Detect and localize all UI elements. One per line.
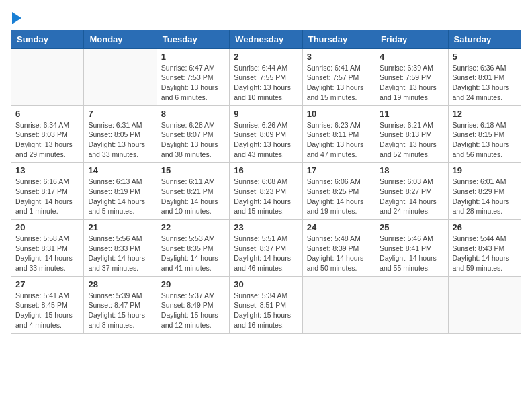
calendar-header-row: SundayMondayTuesdayWednesdayThursdayFrid… (11, 30, 521, 48)
calendar-day-cell (84, 48, 157, 105)
calendar-day-cell: 22Sunrise: 5:53 AMSunset: 8:35 PMDayligh… (157, 220, 229, 277)
day-info: Sunrise: 6:23 AMSunset: 8:11 PMDaylight:… (307, 120, 371, 160)
day-number: 26 (453, 222, 517, 232)
calendar-day-cell: 7Sunrise: 6:31 AMSunset: 8:05 PMDaylight… (84, 105, 157, 163)
calendar-day-cell: 25Sunrise: 5:46 AMSunset: 8:41 PMDayligh… (375, 220, 448, 277)
calendar-week-2: 6Sunrise: 6:34 AMSunset: 8:03 PMDaylight… (11, 105, 521, 163)
day-number: 15 (161, 165, 225, 175)
day-number: 17 (307, 165, 371, 175)
weekday-header-friday: Friday (375, 30, 448, 48)
calendar-day-cell: 4Sunrise: 6:39 AMSunset: 7:59 PMDaylight… (375, 48, 448, 105)
day-info: Sunrise: 6:39 AMSunset: 7:59 PMDaylight:… (380, 63, 443, 103)
calendar-week-4: 20Sunrise: 5:58 AMSunset: 8:31 PMDayligh… (11, 220, 521, 277)
day-number: 11 (380, 109, 443, 119)
day-info: Sunrise: 6:11 AMSunset: 8:21 PMDaylight:… (161, 177, 225, 216)
weekday-header-tuesday: Tuesday (157, 30, 229, 48)
day-info: Sunrise: 6:34 AMSunset: 8:03 PMDaylight:… (15, 120, 79, 160)
calendar-day-cell: 24Sunrise: 5:48 AMSunset: 8:39 PMDayligh… (302, 220, 375, 277)
day-info: Sunrise: 5:46 AMSunset: 8:41 PMDaylight:… (380, 234, 443, 273)
day-number: 10 (307, 109, 371, 119)
day-number: 19 (453, 165, 517, 175)
day-info: Sunrise: 5:34 AMSunset: 8:51 PMDaylight:… (234, 291, 298, 330)
day-info: Sunrise: 6:08 AMSunset: 8:23 PMDaylight:… (234, 177, 298, 216)
day-number: 23 (234, 222, 298, 232)
calendar-day-cell: 3Sunrise: 6:41 AMSunset: 7:57 PMDaylight… (302, 48, 375, 105)
day-info: Sunrise: 5:37 AMSunset: 8:49 PMDaylight:… (161, 291, 225, 330)
day-number: 16 (234, 165, 298, 175)
calendar-day-cell: 14Sunrise: 6:13 AMSunset: 8:19 PMDayligh… (84, 163, 157, 220)
day-info: Sunrise: 6:06 AMSunset: 8:25 PMDaylight:… (307, 177, 371, 216)
day-number: 8 (161, 109, 225, 119)
calendar-day-cell (375, 276, 448, 333)
day-info: Sunrise: 5:53 AMSunset: 8:35 PMDaylight:… (161, 234, 225, 273)
calendar-day-cell: 23Sunrise: 5:51 AMSunset: 8:37 PMDayligh… (230, 220, 302, 277)
day-info: Sunrise: 6:03 AMSunset: 8:27 PMDaylight:… (380, 177, 443, 216)
calendar-day-cell: 6Sunrise: 6:34 AMSunset: 8:03 PMDaylight… (11, 105, 84, 163)
calendar-day-cell: 20Sunrise: 5:58 AMSunset: 8:31 PMDayligh… (11, 220, 84, 277)
day-number: 3 (307, 52, 371, 62)
weekday-header-monday: Monday (84, 30, 157, 48)
day-info: Sunrise: 6:41 AMSunset: 7:57 PMDaylight:… (307, 63, 371, 103)
day-info: Sunrise: 6:31 AMSunset: 8:05 PMDaylight:… (88, 120, 152, 160)
logo-triangle-icon (12, 12, 21, 24)
day-number: 12 (453, 109, 517, 119)
calendar-day-cell (11, 48, 84, 105)
day-info: Sunrise: 5:39 AMSunset: 8:47 PMDaylight:… (88, 291, 152, 330)
calendar-day-cell (302, 276, 375, 333)
calendar-day-cell: 16Sunrise: 6:08 AMSunset: 8:23 PMDayligh… (230, 163, 302, 220)
day-info: Sunrise: 5:41 AMSunset: 8:45 PMDaylight:… (15, 291, 79, 330)
day-info: Sunrise: 6:44 AMSunset: 7:55 PMDaylight:… (234, 63, 298, 103)
calendar-day-cell: 8Sunrise: 6:28 AMSunset: 8:07 PMDaylight… (157, 105, 229, 163)
day-number: 9 (234, 109, 298, 119)
day-info: Sunrise: 6:26 AMSunset: 8:09 PMDaylight:… (234, 120, 298, 160)
calendar-day-cell: 19Sunrise: 6:01 AMSunset: 8:29 PMDayligh… (448, 163, 521, 220)
calendar-table: SundayMondayTuesdayWednesdayThursdayFrid… (11, 30, 521, 334)
day-number: 13 (15, 165, 79, 175)
weekday-header-saturday: Saturday (448, 30, 521, 48)
weekday-header-thursday: Thursday (302, 30, 375, 48)
day-info: Sunrise: 5:44 AMSunset: 8:43 PMDaylight:… (453, 234, 517, 273)
day-number: 14 (88, 165, 152, 175)
day-number: 22 (161, 222, 225, 232)
calendar-day-cell: 5Sunrise: 6:36 AMSunset: 8:01 PMDaylight… (448, 48, 521, 105)
day-number: 24 (307, 222, 371, 232)
calendar-week-1: 1Sunrise: 6:47 AMSunset: 7:53 PMDaylight… (11, 48, 521, 105)
page-header (11, 11, 521, 24)
day-number: 27 (15, 279, 79, 289)
day-number: 1 (161, 52, 225, 62)
day-number: 29 (161, 279, 225, 289)
day-number: 28 (88, 279, 152, 289)
calendar-day-cell: 26Sunrise: 5:44 AMSunset: 8:43 PMDayligh… (448, 220, 521, 277)
calendar-day-cell: 11Sunrise: 6:21 AMSunset: 8:13 PMDayligh… (375, 105, 448, 163)
day-info: Sunrise: 6:28 AMSunset: 8:07 PMDaylight:… (161, 120, 225, 160)
day-number: 7 (88, 109, 152, 119)
day-info: Sunrise: 5:51 AMSunset: 8:37 PMDaylight:… (234, 234, 298, 273)
day-number: 20 (15, 222, 79, 232)
day-number: 2 (234, 52, 298, 62)
day-info: Sunrise: 6:13 AMSunset: 8:19 PMDaylight:… (88, 177, 152, 216)
day-info: Sunrise: 6:18 AMSunset: 8:15 PMDaylight:… (453, 120, 517, 160)
day-number: 30 (234, 279, 298, 289)
day-info: Sunrise: 6:36 AMSunset: 8:01 PMDaylight:… (453, 63, 517, 103)
day-number: 18 (380, 165, 443, 175)
calendar-day-cell: 27Sunrise: 5:41 AMSunset: 8:45 PMDayligh… (11, 276, 84, 333)
day-info: Sunrise: 5:58 AMSunset: 8:31 PMDaylight:… (15, 234, 79, 273)
calendar-day-cell (448, 276, 521, 333)
day-number: 4 (380, 52, 443, 62)
calendar-day-cell: 1Sunrise: 6:47 AMSunset: 7:53 PMDaylight… (157, 48, 229, 105)
day-info: Sunrise: 6:16 AMSunset: 8:17 PMDaylight:… (15, 177, 79, 216)
weekday-header-wednesday: Wednesday (230, 30, 302, 48)
calendar-day-cell: 12Sunrise: 6:18 AMSunset: 8:15 PMDayligh… (448, 105, 521, 163)
day-number: 6 (15, 109, 79, 119)
calendar-day-cell: 10Sunrise: 6:23 AMSunset: 8:11 PMDayligh… (302, 105, 375, 163)
day-info: Sunrise: 5:48 AMSunset: 8:39 PMDaylight:… (307, 234, 371, 273)
weekday-header-sunday: Sunday (11, 30, 84, 48)
calendar-week-5: 27Sunrise: 5:41 AMSunset: 8:45 PMDayligh… (11, 276, 521, 333)
day-number: 21 (88, 222, 152, 232)
calendar-day-cell: 15Sunrise: 6:11 AMSunset: 8:21 PMDayligh… (157, 163, 229, 220)
calendar-day-cell: 30Sunrise: 5:34 AMSunset: 8:51 PMDayligh… (230, 276, 302, 333)
day-info: Sunrise: 6:21 AMSunset: 8:13 PMDaylight:… (380, 120, 443, 160)
calendar-day-cell: 9Sunrise: 6:26 AMSunset: 8:09 PMDaylight… (230, 105, 302, 163)
calendar-day-cell: 21Sunrise: 5:56 AMSunset: 8:33 PMDayligh… (84, 220, 157, 277)
day-info: Sunrise: 6:01 AMSunset: 8:29 PMDaylight:… (453, 177, 517, 216)
